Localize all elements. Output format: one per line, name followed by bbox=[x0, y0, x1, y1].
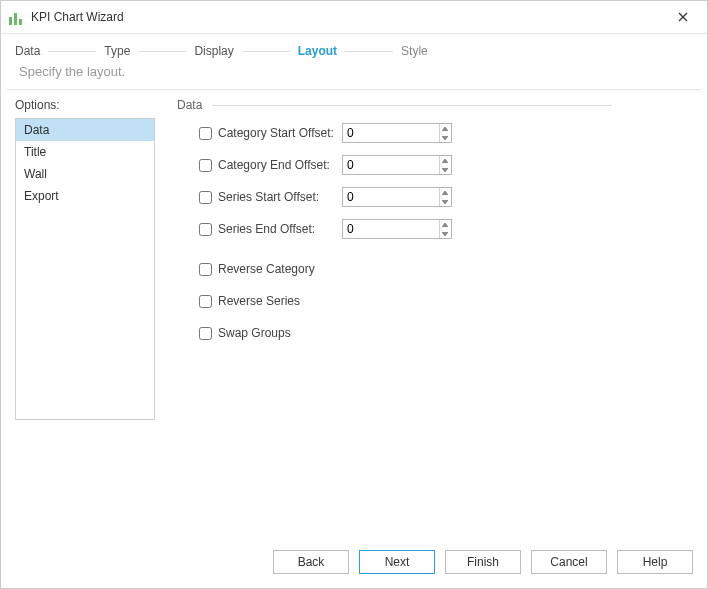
cancel-button[interactable]: Cancel bbox=[531, 550, 607, 574]
svg-marker-4 bbox=[442, 159, 448, 163]
wizard-steps: Data Type Display Layout Style bbox=[1, 34, 707, 62]
wizard-subtitle: Specify the layout. bbox=[1, 62, 707, 89]
checkbox-category-end[interactable] bbox=[199, 159, 212, 172]
spin-up[interactable] bbox=[440, 124, 451, 133]
checkbox-series-start[interactable] bbox=[199, 191, 212, 204]
checkbox-swap-groups[interactable] bbox=[199, 327, 212, 340]
field-category-start bbox=[342, 123, 452, 143]
options-item-title[interactable]: Title bbox=[16, 141, 154, 163]
step-style[interactable]: Style bbox=[401, 44, 428, 58]
label-series-start: Series Start Offset: bbox=[218, 190, 342, 204]
back-button[interactable]: Back bbox=[273, 550, 349, 574]
label-category-start: Category Start Offset: bbox=[218, 126, 342, 140]
field-series-end bbox=[342, 219, 452, 239]
section-header: Data bbox=[177, 98, 693, 112]
spinner-category-end bbox=[439, 156, 451, 174]
spin-down[interactable] bbox=[440, 165, 451, 174]
chevron-up-icon bbox=[442, 159, 448, 163]
row-reverse-category: Reverse Category bbox=[199, 258, 693, 280]
input-series-end[interactable] bbox=[343, 220, 439, 238]
checkbox-series-end[interactable] bbox=[199, 223, 212, 236]
svg-marker-9 bbox=[442, 232, 448, 236]
row-reverse-series: Reverse Series bbox=[199, 290, 693, 312]
options-item-wall[interactable]: Wall bbox=[16, 163, 154, 185]
close-icon bbox=[678, 12, 688, 22]
footer: Back Next Finish Cancel Help bbox=[1, 538, 707, 588]
input-category-start[interactable] bbox=[343, 124, 439, 142]
svg-marker-2 bbox=[442, 127, 448, 131]
titlebar: KPI Chart Wizard bbox=[1, 1, 707, 34]
options-list[interactable]: Data Title Wall Export bbox=[15, 118, 155, 420]
step-type[interactable]: Type bbox=[104, 44, 130, 58]
app-icon bbox=[9, 9, 25, 25]
options-panel: Options: Data Title Wall Export bbox=[15, 98, 155, 538]
wizard-window: KPI Chart Wizard Data Type Display Layou… bbox=[0, 0, 708, 589]
chevron-down-icon bbox=[442, 232, 448, 236]
spin-down[interactable] bbox=[440, 133, 451, 142]
row-category-end: Category End Offset: bbox=[199, 154, 693, 176]
finish-button[interactable]: Finish bbox=[445, 550, 521, 574]
label-reverse-category: Reverse Category bbox=[218, 262, 315, 276]
chevron-up-icon bbox=[442, 223, 448, 227]
svg-marker-8 bbox=[442, 223, 448, 227]
spinner-category-start bbox=[439, 124, 451, 142]
svg-marker-6 bbox=[442, 191, 448, 195]
field-category-end bbox=[342, 155, 452, 175]
label-series-end: Series End Offset: bbox=[218, 222, 342, 236]
label-category-end: Category End Offset: bbox=[218, 158, 342, 172]
chevron-up-icon bbox=[442, 191, 448, 195]
section-rule bbox=[212, 105, 612, 106]
body: Options: Data Title Wall Export Data Cat… bbox=[1, 98, 707, 538]
spin-down[interactable] bbox=[440, 197, 451, 206]
row-series-end: Series End Offset: bbox=[199, 218, 693, 240]
spin-up[interactable] bbox=[440, 188, 451, 197]
step-data[interactable]: Data bbox=[15, 44, 40, 58]
checkbox-reverse-series[interactable] bbox=[199, 295, 212, 308]
options-caption: Options: bbox=[15, 98, 155, 112]
step-divider bbox=[345, 51, 393, 52]
svg-marker-3 bbox=[442, 136, 448, 140]
close-button[interactable] bbox=[667, 5, 699, 29]
divider bbox=[7, 89, 701, 90]
help-button[interactable]: Help bbox=[617, 550, 693, 574]
checkbox-reverse-category[interactable] bbox=[199, 263, 212, 276]
step-divider bbox=[138, 51, 186, 52]
spin-down[interactable] bbox=[440, 229, 451, 238]
options-item-export[interactable]: Export bbox=[16, 185, 154, 207]
chevron-down-icon bbox=[442, 168, 448, 172]
step-divider bbox=[48, 51, 96, 52]
field-series-start bbox=[342, 187, 452, 207]
spinner-series-start bbox=[439, 188, 451, 206]
offsets-form: Category Start Offset: Category End Offs… bbox=[177, 122, 693, 240]
label-swap-groups: Swap Groups bbox=[218, 326, 291, 340]
input-series-start[interactable] bbox=[343, 188, 439, 206]
toggles-group: Reverse Category Reverse Series Swap Gro… bbox=[177, 258, 693, 344]
row-swap-groups: Swap Groups bbox=[199, 322, 693, 344]
spin-up[interactable] bbox=[440, 220, 451, 229]
settings-panel: Data Category Start Offset: bbox=[155, 98, 693, 538]
step-display[interactable]: Display bbox=[194, 44, 233, 58]
options-item-data[interactable]: Data bbox=[16, 119, 154, 141]
input-category-end[interactable] bbox=[343, 156, 439, 174]
checkbox-category-start[interactable] bbox=[199, 127, 212, 140]
svg-marker-7 bbox=[442, 200, 448, 204]
chevron-down-icon bbox=[442, 136, 448, 140]
chevron-down-icon bbox=[442, 200, 448, 204]
window-title: KPI Chart Wizard bbox=[31, 10, 667, 24]
spin-up[interactable] bbox=[440, 156, 451, 165]
row-category-start: Category Start Offset: bbox=[199, 122, 693, 144]
svg-marker-5 bbox=[442, 168, 448, 172]
spinner-series-end bbox=[439, 220, 451, 238]
next-button[interactable]: Next bbox=[359, 550, 435, 574]
label-reverse-series: Reverse Series bbox=[218, 294, 300, 308]
step-layout[interactable]: Layout bbox=[298, 44, 337, 58]
step-divider bbox=[242, 51, 290, 52]
section-title: Data bbox=[177, 98, 202, 112]
chevron-up-icon bbox=[442, 127, 448, 131]
row-series-start: Series Start Offset: bbox=[199, 186, 693, 208]
